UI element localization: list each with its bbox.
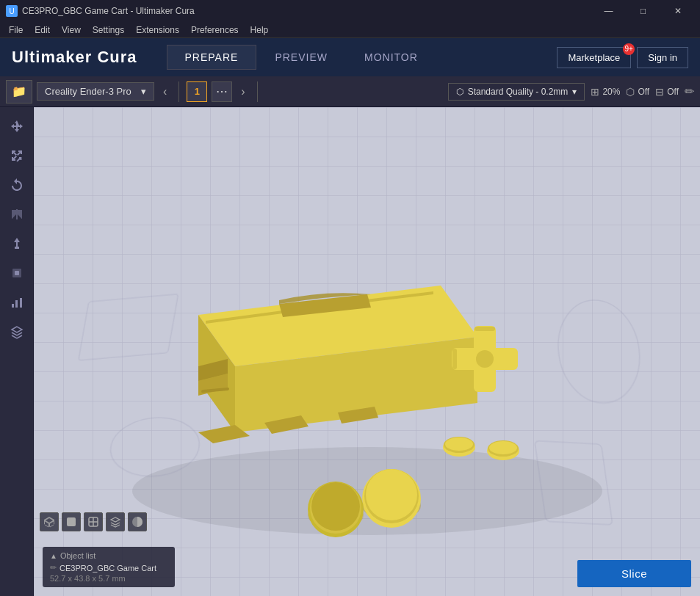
quality-selector[interactable]: ⬡ Standard Quality - 0.2mm ▾	[448, 83, 585, 101]
chevron-down-icon: ▾	[141, 86, 146, 97]
menu-settings[interactable]: Settings	[87, 23, 130, 37]
menu-bar: File Edit View Settings Extensions Prefe…	[0, 22, 700, 38]
app-icon: U	[6, 5, 18, 17]
infill-stat: ⊞ 20%	[591, 86, 620, 98]
svg-point-32	[445, 437, 473, 451]
svg-point-10	[554, 300, 643, 403]
window-title: CE3PRO_GBC Game Cart - Ultimaker Cura	[22, 6, 195, 16]
main-area: ▲ Object list ✏ CE3PRO_GBC Game Cart 52.…	[0, 107, 700, 596]
title-bar-controls[interactable]: — □ ✕	[592, 0, 694, 22]
marketplace-badge: 9+	[623, 43, 635, 55]
menu-help[interactable]: Help	[245, 23, 275, 37]
profile-label: 1	[195, 86, 200, 97]
support-stat: ⬡ Off	[626, 86, 649, 98]
more-options-button[interactable]: ⋯	[212, 81, 232, 102]
left-sidebar	[0, 107, 34, 596]
svg-rect-28	[475, 327, 495, 331]
title-bar-left: U CE3PRO_GBC Game Cart - Ultimaker Cura	[6, 5, 195, 17]
svg-rect-1	[15, 247, 19, 249]
svg-rect-0	[16, 209, 17, 219]
marketplace-button[interactable]: Marketplace 9+	[557, 47, 631, 68]
nav-right: Marketplace 9+ Sign in	[557, 47, 688, 68]
menu-view[interactable]: View	[56, 23, 87, 37]
quality-label: Standard Quality - 0.2mm	[468, 87, 569, 97]
edit-settings-button[interactable]: ✏	[685, 84, 694, 98]
svg-rect-44	[67, 517, 76, 526]
svg-rect-9	[78, 294, 178, 360]
cartridge-body	[198, 286, 477, 443]
menu-preferences[interactable]: Preferences	[185, 23, 245, 37]
edit-pencil-icon: ✏	[50, 563, 57, 573]
viewport[interactable]: ▲ Object list ✏ CE3PRO_GBC Game Cart 52.…	[34, 107, 700, 596]
next-button[interactable]: ›	[237, 82, 249, 101]
tab-prepare[interactable]: PREPARE	[167, 45, 257, 70]
3d-view-button[interactable]	[40, 512, 59, 531]
open-folder-button[interactable]: 📁	[6, 80, 32, 103]
printer-name: Creality Ender-3 Pro	[45, 86, 131, 97]
svg-marker-3	[14, 238, 20, 242]
object-list-panel: ▲ Object list ✏ CE3PRO_GBC Game Cart 52.…	[43, 547, 175, 587]
solid-view-button[interactable]	[62, 512, 81, 531]
adhesion-icon: ⊟	[655, 86, 664, 98]
object-name-row: ✏ CE3PRO_GBC Game Cart	[50, 563, 167, 573]
toolbar: 📁 Creality Ender-3 Pro ▾ ‹ 1 ⋯ › ⬡ Stand…	[0, 76, 700, 107]
infill-value: 20%	[602, 87, 620, 97]
object-filename: CE3PRO_GBC Game Cart	[59, 564, 156, 573]
signin-button[interactable]: Sign in	[637, 47, 688, 68]
svg-rect-29	[452, 349, 457, 369]
collapse-icon: ▲	[50, 552, 57, 560]
nav-bar: Ultimaker Cura PREPARE PREVIEW MONITOR M…	[0, 38, 700, 76]
svg-rect-8	[20, 298, 22, 308]
sidebar-layers-button[interactable]	[5, 320, 29, 344]
svg-rect-6	[12, 304, 14, 308]
close-button[interactable]: ✕	[661, 0, 694, 22]
tab-preview[interactable]: PREVIEW	[256, 45, 346, 70]
quality-chevron: ▾	[572, 87, 577, 97]
svg-point-39	[366, 469, 417, 520]
object-list-header: ▲ Object list	[50, 551, 167, 560]
sidebar-rotate-button[interactable]	[5, 173, 29, 197]
large-round-button-2	[308, 481, 364, 537]
printer-selector[interactable]: Creality Ender-3 Pro ▾	[37, 82, 154, 101]
svg-point-43	[311, 482, 360, 531]
tab-monitor[interactable]: MONITOR	[346, 45, 436, 70]
slice-button[interactable]: Slice	[577, 560, 691, 587]
maximize-button[interactable]: □	[627, 0, 660, 22]
app-logo: Ultimaker Cura	[12, 48, 137, 67]
sidebar-histogram-button[interactable]	[5, 291, 29, 314]
sidebar-mirror-button[interactable]	[5, 203, 29, 226]
support-value: Off	[638, 87, 649, 97]
marketplace-label: Marketplace	[568, 52, 620, 63]
menu-file[interactable]: File	[3, 23, 29, 37]
svg-point-27	[476, 350, 494, 368]
prev-printer-button[interactable]: ‹	[159, 82, 171, 101]
large-round-button-1	[362, 469, 421, 528]
title-bar: U CE3PRO_GBC Game Cart - Ultimaker Cura …	[0, 0, 700, 22]
layer-view-button[interactable]	[106, 512, 125, 531]
nav-tabs: PREPARE PREVIEW MONITOR	[167, 45, 436, 70]
sidebar-slice-settings-button[interactable]	[5, 261, 29, 285]
color-scheme-button[interactable]	[128, 512, 147, 531]
status-bar: ▲ Object list ✏ CE3PRO_GBC Game Cart 52.…	[34, 537, 700, 596]
edit-icon: ✏	[685, 85, 694, 98]
wireframe-button[interactable]	[84, 512, 103, 531]
support-icon: ⬡	[626, 86, 635, 98]
infill-icon: ⊞	[591, 86, 599, 98]
adhesion-value: Off	[667, 87, 679, 97]
object-dimensions: 52.7 x 43.8 x 5.7 mm	[50, 574, 167, 583]
sidebar-move-button[interactable]	[5, 115, 29, 138]
sidebar-scale-button[interactable]	[5, 144, 29, 167]
minimize-button[interactable]: —	[592, 0, 625, 22]
menu-edit[interactable]: Edit	[29, 23, 56, 37]
toolbar-divider-2	[257, 81, 258, 102]
quality-icon: ⬡	[456, 87, 463, 97]
toolbar-right: ⬡ Standard Quality - 0.2mm ▾ ⊞ 20% ⬡ Off…	[448, 83, 694, 101]
oval-button-2	[487, 440, 519, 460]
menu-extensions[interactable]: Extensions	[130, 23, 185, 37]
sidebar-support-button[interactable]	[5, 232, 29, 255]
svg-rect-5	[15, 271, 19, 275]
profile-badge[interactable]: 1	[187, 81, 207, 102]
logo-prefix: Ultimaker	[12, 48, 92, 66]
more-icon: ⋯	[216, 84, 228, 98]
folder-icon: 📁	[12, 84, 26, 98]
